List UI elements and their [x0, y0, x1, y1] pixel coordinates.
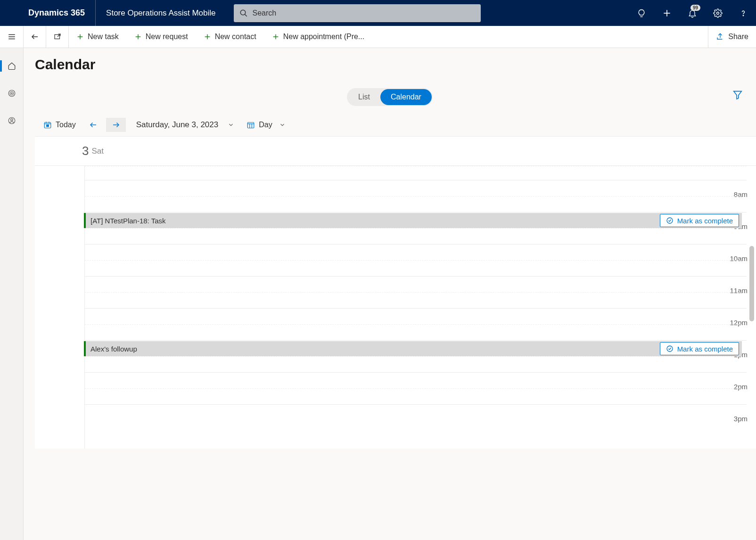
search-icon — [239, 9, 248, 17]
share-icon — [716, 33, 724, 41]
nav-home-icon[interactable] — [0, 57, 24, 75]
check-circle-icon — [666, 217, 674, 224]
svg-line-1 — [245, 14, 247, 16]
day-header: 3 Sat — [35, 137, 756, 166]
svg-point-38 — [667, 218, 673, 223]
global-search[interactable] — [234, 4, 481, 22]
new-task-label: New task — [88, 33, 119, 41]
arrow-right-icon — [112, 121, 120, 129]
view-mode-picker[interactable]: Day — [242, 118, 290, 132]
new-task-button[interactable]: New task — [69, 26, 127, 48]
time-label: 8am — [700, 190, 748, 198]
calendar-view-icon — [247, 121, 255, 129]
app-name-label[interactable]: Store Operations Assist Mobile — [96, 8, 215, 18]
day-number: 3 — [82, 144, 89, 158]
chevron-down-icon — [228, 122, 234, 128]
check-circle-icon — [666, 345, 674, 352]
view-calendar-tab[interactable]: Calendar — [380, 89, 432, 105]
time-label: 10am — [700, 254, 748, 262]
brand-label[interactable]: Dynamics 365 — [28, 0, 96, 26]
notifications-icon[interactable]: 99 — [680, 0, 705, 26]
new-request-label: New request — [146, 33, 188, 41]
view-switch: List Calendar — [347, 88, 433, 106]
svg-marker-26 — [734, 91, 742, 99]
svg-point-0 — [240, 10, 246, 15]
time-label: 11am — [700, 286, 748, 295]
time-label: 12pm — [700, 319, 748, 327]
time-label: 2pm — [700, 383, 748, 391]
new-appointment-label: New appointment (Pre... — [283, 33, 365, 41]
mark-complete-button[interactable]: Mark as complete — [660, 342, 739, 355]
settings-icon[interactable] — [705, 0, 731, 26]
calendar-grid[interactable]: 8am 9am 10am 11am 12pm 1pm 2pm 3pm [A — [35, 166, 756, 449]
command-bar: New task New request New contact New app… — [0, 26, 756, 48]
chevron-down-icon — [279, 122, 286, 128]
svg-point-22 — [10, 91, 14, 95]
calendar-today-icon — [43, 121, 52, 129]
next-day-button[interactable] — [106, 118, 126, 132]
event-title: [AT] NTestPlan-18: Task — [90, 217, 166, 225]
calendar-event[interactable]: [AT] NTestPlan-18: Task Mark as complete — [86, 213, 742, 228]
prev-day-button[interactable] — [83, 118, 103, 132]
time-label: 3pm — [700, 415, 748, 423]
filter-icon[interactable] — [732, 90, 743, 102]
arrow-left-icon — [89, 121, 98, 129]
share-button[interactable]: Share — [708, 26, 756, 48]
search-input[interactable] — [253, 9, 475, 17]
svg-point-4 — [717, 12, 719, 14]
new-appointment-button[interactable]: New appointment (Pre... — [264, 26, 373, 48]
svg-point-39 — [667, 346, 673, 352]
notification-badge: 99 — [690, 5, 700, 11]
mark-complete-label: Mark as complete — [677, 217, 733, 225]
open-in-new-window-icon[interactable] — [46, 26, 69, 48]
left-nav — [0, 48, 24, 540]
lightbulb-icon[interactable] — [629, 0, 654, 26]
svg-point-21 — [8, 90, 15, 97]
event-title: Alex's followup — [90, 345, 137, 353]
scrollbar-thumb[interactable] — [749, 246, 754, 321]
svg-point-5 — [743, 15, 743, 16]
nav-person-icon[interactable] — [0, 111, 24, 130]
page-title: Calendar — [24, 48, 756, 81]
svg-rect-34 — [248, 122, 255, 128]
mark-complete-button[interactable]: Mark as complete — [660, 214, 739, 227]
view-list-tab[interactable]: List — [348, 89, 380, 105]
hamburger-icon[interactable] — [0, 26, 24, 48]
svg-point-23 — [11, 93, 12, 94]
view-mode-label: Day — [259, 121, 272, 129]
calendar-event[interactable]: Alex's followup Mark as complete — [86, 341, 742, 356]
day-of-week: Sat — [91, 147, 104, 156]
share-label: Share — [728, 33, 748, 41]
new-contact-button[interactable]: New contact — [196, 26, 264, 48]
svg-point-25 — [10, 119, 13, 121]
svg-rect-31 — [47, 125, 49, 127]
new-request-button[interactable]: New request — [127, 26, 196, 48]
mark-complete-label: Mark as complete — [677, 345, 733, 353]
time-column — [35, 166, 85, 449]
add-icon[interactable] — [654, 0, 680, 26]
help-icon[interactable] — [731, 0, 756, 26]
nav-target-icon[interactable] — [0, 84, 24, 103]
today-button[interactable]: Today — [39, 118, 81, 132]
date-picker[interactable]: Saturday, June 3, 2023 — [129, 117, 239, 132]
new-contact-label: New contact — [215, 33, 256, 41]
today-label: Today — [56, 121, 76, 129]
app-header: Dynamics 365 Store Operations Assist Mob… — [0, 0, 756, 26]
date-label: Saturday, June 3, 2023 — [136, 120, 219, 130]
back-button[interactable] — [24, 26, 46, 48]
calendar-toolbar: Today Saturday, June 3, 2023 Day — [35, 113, 756, 137]
